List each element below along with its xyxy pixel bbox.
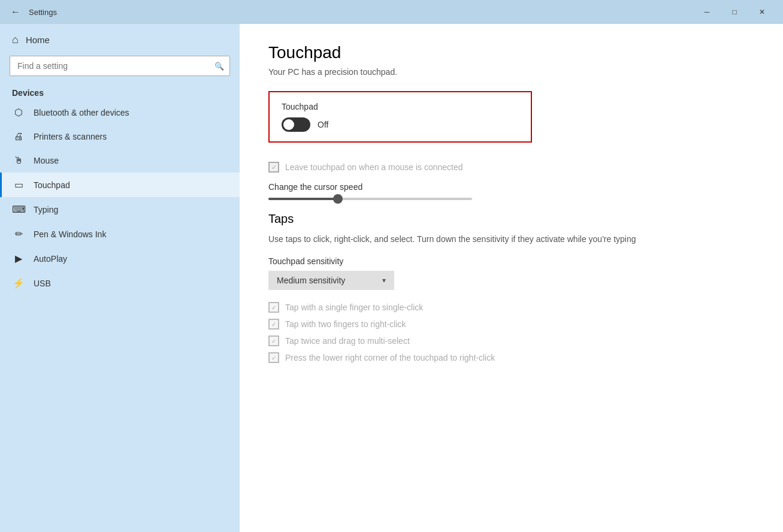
taps-heading: Taps: [268, 212, 754, 226]
leave-touchpad-checkbox[interactable]: ✓: [268, 162, 279, 173]
sidebar-item-autoplay[interactable]: ▶ AutoPlay: [0, 246, 240, 271]
leave-touchpad-row: ✓ Leave touchpad on when a mouse is conn…: [268, 162, 754, 173]
tap-check-2-icon: ✓: [271, 321, 276, 328]
sidebar-item-mouse[interactable]: 🖱 Mouse: [0, 149, 240, 173]
window-controls: ─ □ ✕: [693, 0, 776, 24]
tap-option-4-label: Press the lower right corner of the touc…: [285, 353, 495, 362]
toggle-knob: [283, 119, 294, 130]
cursor-speed-slider[interactable]: [268, 198, 472, 200]
tap-option-2-row: ✓ Tap with two fingers to right-click: [268, 319, 754, 330]
usb-icon: ⚡: [12, 277, 25, 289]
sidebar-home-label: Home: [26, 35, 50, 45]
sidebar-item-label-bluetooth: Bluetooth & other devices: [34, 108, 129, 117]
sidebar-item-home[interactable]: ⌂ Home: [0, 24, 240, 56]
autoplay-icon: ▶: [12, 253, 25, 264]
sidebar-item-label-mouse: Mouse: [34, 156, 59, 165]
sidebar-item-typing[interactable]: ⌨ Typing: [0, 197, 240, 222]
touchpad-toggle-switch[interactable]: [282, 117, 310, 132]
tap-option-3-label: Tap twice and drag to multi-select: [285, 336, 410, 346]
main-layout: ⌂ Home 🔍 Devices ⬡ Bluetooth & other dev…: [0, 24, 783, 532]
title-bar: ← Settings ─ □ ✕: [0, 0, 783, 24]
tap-option-1-checkbox[interactable]: ✓: [268, 302, 279, 313]
sidebar-item-label-pen: Pen & Windows Ink: [34, 229, 106, 239]
sidebar-item-label-printers: Printers & scanners: [34, 132, 107, 141]
tap-check-3-icon: ✓: [271, 338, 276, 344]
minimize-button[interactable]: ─: [693, 0, 721, 24]
keyboard-icon: ⌨: [12, 204, 25, 215]
cursor-speed-label: Change the cursor speed: [268, 182, 754, 192]
pen-icon: ✏: [12, 228, 25, 240]
tap-check-1-icon: ✓: [271, 304, 276, 311]
sidebar: ⌂ Home 🔍 Devices ⬡ Bluetooth & other dev…: [0, 24, 240, 532]
sensitivity-value: Medium sensitivity: [277, 276, 345, 285]
tap-option-3-checkbox[interactable]: ✓: [268, 335, 279, 346]
slider-track-filled: [268, 198, 338, 200]
sidebar-item-touchpad[interactable]: ▭ Touchpad: [0, 173, 240, 197]
tap-option-2-checkbox[interactable]: ✓: [268, 319, 279, 330]
app-title: Settings: [29, 8, 693, 17]
toggle-state-label: Off: [318, 120, 328, 129]
touchpad-icon: ▭: [12, 179, 25, 191]
page-title: Touchpad: [268, 43, 754, 62]
home-icon: ⌂: [12, 34, 19, 46]
sidebar-item-label-usb: USB: [34, 279, 51, 288]
chevron-down-icon: ▾: [382, 276, 386, 285]
back-icon: ←: [11, 7, 20, 17]
sidebar-search-container: 🔍: [10, 56, 230, 76]
search-input[interactable]: [10, 56, 230, 76]
maximize-button[interactable]: □: [721, 0, 748, 24]
sensitivity-dropdown[interactable]: Medium sensitivity ▾: [268, 271, 394, 290]
sidebar-item-bluetooth[interactable]: ⬡ Bluetooth & other devices: [0, 100, 240, 125]
sidebar-item-printers[interactable]: 🖨 Printers & scanners: [0, 125, 240, 149]
check-mark-icon: ✓: [271, 164, 277, 171]
sidebar-item-usb[interactable]: ⚡ USB: [0, 271, 240, 295]
tap-option-4-row: ✓ Press the lower right corner of the to…: [268, 352, 754, 363]
close-button[interactable]: ✕: [748, 0, 776, 24]
touchpad-toggle-section: Touchpad Off: [268, 91, 532, 143]
tap-option-3-row: ✓ Tap twice and drag to multi-select: [268, 335, 754, 346]
mouse-icon: 🖱: [12, 155, 25, 166]
sidebar-item-pen[interactable]: ✏ Pen & Windows Ink: [0, 222, 240, 246]
page-subtitle: Your PC has a precision touchpad.: [268, 67, 754, 77]
search-icon: 🔍: [214, 62, 224, 71]
toggle-row: Off: [282, 117, 519, 132]
sidebar-item-label-autoplay: AutoPlay: [34, 254, 67, 264]
leave-touchpad-label: Leave touchpad on when a mouse is connec…: [285, 162, 463, 172]
bluetooth-icon: ⬡: [12, 107, 25, 118]
tap-option-1-label: Tap with a single finger to single-click: [285, 303, 423, 312]
slider-thumb[interactable]: [333, 194, 343, 204]
tap-option-2-label: Tap with two fingers to right-click: [285, 319, 406, 329]
sidebar-section-label: Devices: [0, 83, 240, 100]
touchpad-section-label: Touchpad: [282, 102, 519, 111]
tap-option-1-row: ✓ Tap with a single finger to single-cli…: [268, 302, 754, 313]
sidebar-item-label-typing: Typing: [34, 205, 58, 214]
sensitivity-label: Touchpad sensitivity: [268, 256, 754, 266]
content-area: Touchpad Your PC has a precision touchpa…: [240, 24, 783, 532]
printer-icon: 🖨: [12, 131, 25, 142]
tap-check-4-icon: ✓: [271, 355, 276, 361]
sidebar-item-label-touchpad: Touchpad: [34, 180, 70, 190]
taps-description: Use taps to click, right-click, and sele…: [268, 233, 754, 246]
tap-option-4-checkbox[interactable]: ✓: [268, 352, 279, 363]
back-button[interactable]: ←: [7, 4, 24, 20]
